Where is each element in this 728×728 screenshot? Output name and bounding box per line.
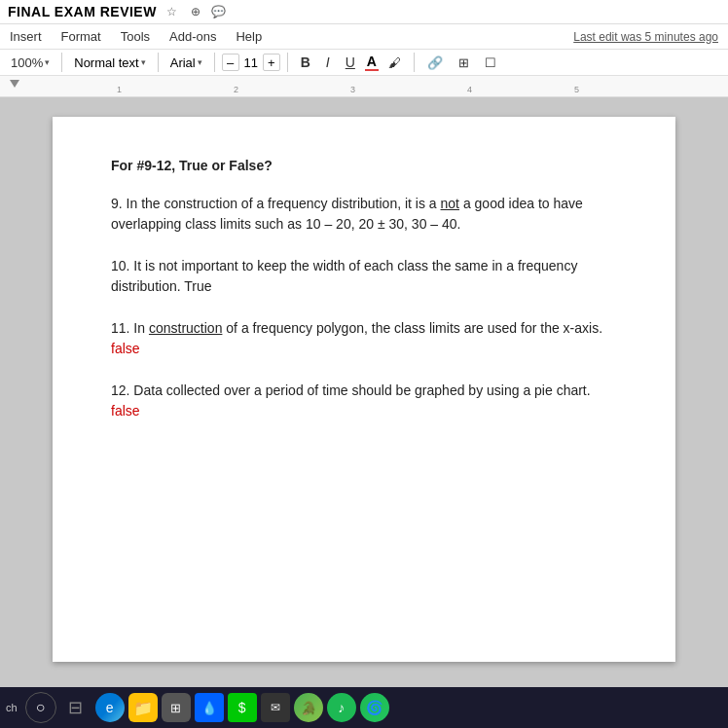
separator-5 bbox=[414, 53, 415, 72]
taskbar-label: ch bbox=[6, 702, 18, 713]
title-bar: FINAL EXAM REVIEW ☆ ⊕ 💬 bbox=[0, 0, 728, 24]
font-dropdown[interactable]: Arial ▾ bbox=[165, 54, 207, 72]
search-button[interactable]: ○ bbox=[25, 692, 56, 723]
q9-underline-word: not bbox=[441, 196, 459, 211]
menu-tools[interactable]: Tools bbox=[111, 26, 160, 47]
menu-format[interactable]: Format bbox=[52, 26, 111, 47]
font-value: Arial bbox=[170, 55, 196, 70]
ruler-tick-2: 2 bbox=[234, 85, 238, 94]
q9-number: 9. bbox=[111, 196, 123, 211]
q10-text: It is not important to keep the width of… bbox=[111, 258, 577, 294]
q10-number: 10. bbox=[111, 258, 129, 273]
ruler-tick-4: 4 bbox=[467, 85, 472, 94]
menu-addons[interactable]: Add-ons bbox=[160, 26, 226, 47]
taskbar-dropbox-icon[interactable]: 💧 bbox=[195, 693, 224, 722]
separator-4 bbox=[287, 53, 288, 72]
font-size-decrease-button[interactable]: – bbox=[222, 54, 239, 71]
style-chevron-icon: ▾ bbox=[141, 57, 146, 67]
zoom-value: 100% bbox=[11, 55, 43, 70]
style-dropdown[interactable]: Normal text ▾ bbox=[69, 54, 150, 72]
style-value: Normal text bbox=[74, 55, 138, 70]
q9-text-before: In the construction of a frequency distr… bbox=[127, 196, 441, 211]
taskbar-windows-icon[interactable]: ⊟ bbox=[60, 692, 91, 723]
document-area: For #9-12, True or False? 9. In the cons… bbox=[0, 97, 728, 687]
question-9: 9. In the construction of a frequency di… bbox=[111, 194, 617, 235]
q11-underline-word: construction bbox=[149, 320, 222, 336]
share-icon[interactable]: ⊕ bbox=[188, 4, 203, 19]
tab-marker bbox=[10, 80, 19, 88]
link-button[interactable]: 🔗 bbox=[421, 54, 449, 72]
q11-number: 11. bbox=[111, 320, 129, 336]
italic-button[interactable]: I bbox=[320, 53, 336, 72]
comment-button[interactable]: ☐ bbox=[479, 54, 502, 72]
q11-answer: false bbox=[111, 341, 140, 356]
zoom-dropdown[interactable]: 100% ▾ bbox=[6, 54, 55, 72]
last-edit-label: Last edit was 5 minutes ago bbox=[573, 30, 718, 44]
separator-2 bbox=[158, 53, 159, 72]
ruler-tick-5: 5 bbox=[574, 85, 579, 94]
zoom-chevron-icon: ▾ bbox=[45, 57, 50, 67]
q12-answer: false bbox=[111, 403, 140, 419]
image-button[interactable]: ⊞ bbox=[453, 54, 475, 72]
question-12: 12. Data collected over a period of time… bbox=[111, 381, 617, 421]
document-title: FINAL EXAM REVIEW bbox=[8, 4, 157, 19]
taskbar-grid-icon[interactable]: ⊞ bbox=[162, 693, 191, 722]
ruler-tick-3: 3 bbox=[350, 85, 355, 94]
taskbar-cash-icon[interactable]: $ bbox=[228, 693, 257, 722]
ruler-tick-1: 1 bbox=[117, 85, 122, 94]
font-color-indicator bbox=[365, 69, 379, 71]
menu-bar: Insert Format Tools Add-ons Help Last ed… bbox=[0, 24, 728, 50]
taskbar: ch ○ ⊟ e 📁 ⊞ 💧 $ ✉ 🐊 ♪ 🌀 bbox=[0, 687, 728, 728]
toolbar: 100% ▾ Normal text ▾ Arial ▾ – 11 + B I … bbox=[0, 50, 728, 76]
question-10: 10. It is not important to keep the widt… bbox=[111, 256, 617, 297]
font-size-value: 11 bbox=[241, 55, 261, 70]
question-11: 11. In construction of a frequency polyg… bbox=[111, 318, 617, 359]
menu-insert[interactable]: Insert bbox=[0, 26, 52, 47]
q12-text: Data collected over a period of time sho… bbox=[133, 382, 590, 398]
taskbar-mail-icon[interactable]: ✉ bbox=[261, 693, 290, 722]
font-size-controls: – 11 + bbox=[222, 54, 280, 71]
q11-text-before: In bbox=[133, 320, 149, 336]
taskbar-edge-icon[interactable]: e bbox=[95, 693, 125, 722]
font-size-increase-button[interactable]: + bbox=[263, 54, 280, 71]
document-page: For #9-12, True or False? 9. In the cons… bbox=[53, 117, 675, 662]
menu-help[interactable]: Help bbox=[226, 26, 272, 47]
font-color-letter: A bbox=[367, 55, 377, 68]
star-icon[interactable]: ☆ bbox=[164, 4, 180, 19]
taskbar-extra-icon[interactable]: 🌀 bbox=[360, 693, 389, 722]
document-heading: For #9-12, True or False? bbox=[111, 156, 617, 176]
bold-button[interactable]: B bbox=[295, 53, 316, 72]
font-color-button[interactable]: A bbox=[365, 55, 379, 71]
separator-3 bbox=[214, 53, 215, 72]
q11-text-after: of a frequency polygon, the class limits… bbox=[222, 320, 602, 336]
comment-icon[interactable]: 💬 bbox=[211, 4, 227, 19]
paint-icon[interactable]: 🖌 bbox=[382, 54, 407, 72]
separator-1 bbox=[61, 53, 62, 72]
taskbar-spotify-icon[interactable]: ♪ bbox=[327, 693, 356, 722]
underline-button[interactable]: U bbox=[340, 53, 361, 72]
taskbar-files-icon[interactable]: 📁 bbox=[128, 693, 158, 722]
font-chevron-icon: ▾ bbox=[198, 57, 202, 67]
ruler: 1 2 3 4 5 bbox=[0, 76, 728, 97]
taskbar-camera-icon[interactable]: 🐊 bbox=[294, 693, 323, 722]
q12-number: 12. bbox=[111, 382, 129, 398]
